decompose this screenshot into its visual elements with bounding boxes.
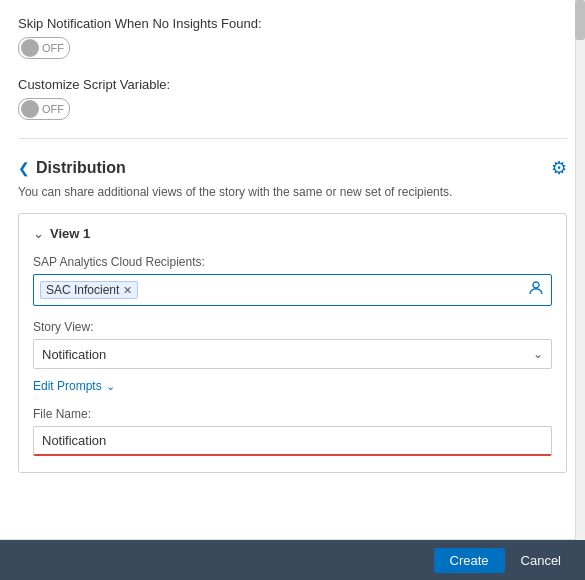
recipient-tag-text: SAC Infocient: [46, 283, 119, 297]
story-view-value: Notification: [42, 347, 106, 362]
cancel-button[interactable]: Cancel: [513, 548, 569, 573]
distribution-header: ❮ Distribution ⚙: [18, 157, 567, 179]
distribution-settings-button[interactable]: ⚙: [551, 157, 567, 179]
view-title: View 1: [50, 226, 90, 241]
story-view-select[interactable]: Notification ⌄: [33, 339, 552, 369]
create-button[interactable]: Create: [434, 548, 505, 573]
file-name-label: File Name:: [33, 407, 552, 421]
skip-notification-toggle[interactable]: OFF: [18, 37, 70, 59]
view-header: ⌄ View 1: [33, 226, 552, 241]
scrollbar-track[interactable]: [575, 0, 585, 540]
edit-prompts-chevron-icon: ⌄: [106, 380, 115, 393]
section-divider: [18, 138, 567, 139]
recipient-tag: SAC Infocient ✕: [40, 281, 138, 299]
customize-script-toggle[interactable]: OFF: [18, 98, 70, 120]
recipients-input[interactable]: SAC Infocient ✕: [33, 274, 552, 306]
toggle-knob-2: [21, 100, 39, 118]
scrollbar-thumb[interactable]: [575, 0, 585, 40]
view-card: ⌄ View 1 SAP Analytics Cloud Recipients:…: [18, 213, 567, 473]
distribution-collapse-icon[interactable]: ❮: [18, 160, 30, 176]
view-collapse-icon[interactable]: ⌄: [33, 226, 44, 241]
edit-prompts-link[interactable]: Edit Prompts: [33, 379, 102, 393]
skip-notification-off-text: OFF: [42, 42, 64, 54]
story-view-chevron-icon: ⌄: [533, 347, 543, 361]
story-view-label: Story View:: [33, 320, 552, 334]
edit-prompts-row: Edit Prompts ⌄: [33, 379, 552, 393]
add-recipient-button[interactable]: [527, 279, 545, 301]
recipients-label: SAP Analytics Cloud Recipients:: [33, 255, 552, 269]
customize-script-off-text: OFF: [42, 103, 64, 115]
distribution-description: You can share additional views of the st…: [18, 185, 567, 199]
skip-notification-label: Skip Notification When No Insights Found…: [18, 16, 567, 31]
toggle-knob: [21, 39, 39, 57]
svg-point-0: [533, 282, 539, 288]
distribution-title: Distribution: [36, 159, 126, 177]
gear-icon: ⚙: [551, 157, 567, 179]
file-name-input[interactable]: [33, 426, 552, 456]
recipient-tag-remove[interactable]: ✕: [123, 284, 132, 297]
bottom-bar: Create Cancel: [0, 540, 585, 580]
customize-script-label: Customize Script Variable:: [18, 77, 567, 92]
